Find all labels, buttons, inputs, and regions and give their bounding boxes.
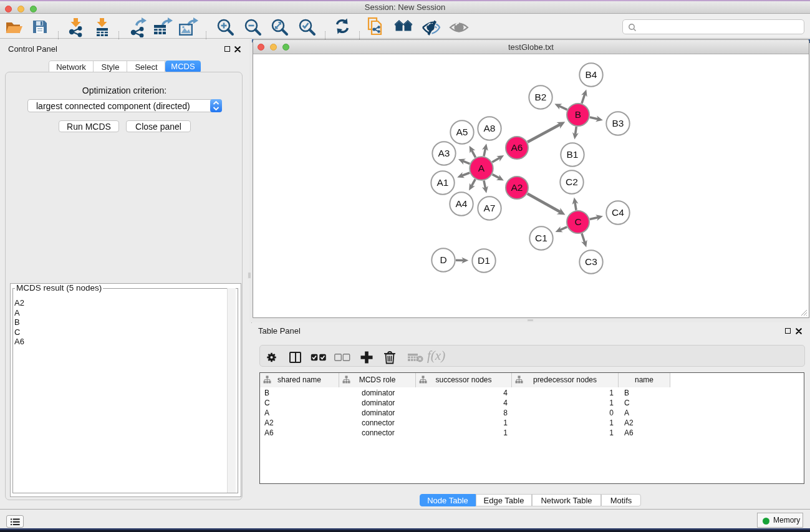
svg-text:A: A bbox=[478, 163, 485, 173]
svg-text:C: C bbox=[574, 216, 581, 227]
svg-text:C3: C3 bbox=[585, 256, 597, 267]
svg-text:A7: A7 bbox=[484, 203, 496, 213]
svg-text:B1: B1 bbox=[567, 149, 579, 160]
svg-text:A6: A6 bbox=[511, 142, 523, 153]
svg-text:C2: C2 bbox=[566, 177, 578, 187]
svg-text:A5: A5 bbox=[456, 127, 468, 137]
svg-text:C4: C4 bbox=[612, 207, 624, 218]
svg-text:A2: A2 bbox=[511, 182, 523, 193]
svg-text:B: B bbox=[575, 109, 581, 120]
svg-text:D: D bbox=[440, 254, 446, 265]
svg-text:A8: A8 bbox=[484, 123, 496, 133]
svg-text:B2: B2 bbox=[535, 92, 547, 102]
svg-text:A1: A1 bbox=[437, 177, 449, 188]
svg-text:B3: B3 bbox=[612, 118, 624, 128]
svg-text:A4: A4 bbox=[456, 198, 468, 209]
svg-text:C1: C1 bbox=[535, 233, 547, 243]
svg-text:A3: A3 bbox=[438, 148, 450, 158]
svg-text:B4: B4 bbox=[586, 69, 597, 80]
svg-text:D1: D1 bbox=[478, 255, 490, 266]
